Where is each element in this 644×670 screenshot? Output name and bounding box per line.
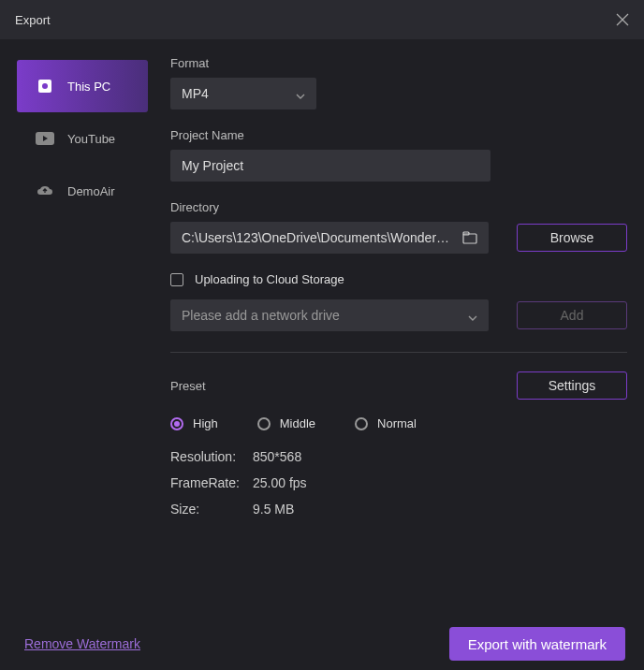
main-panel: Format MP4 Project Name My Project Direc… (150, 39, 644, 618)
sidebar: This PC YouTube DemoAir (0, 39, 150, 618)
upload-checkbox-label: Uploading to Cloud Storage (195, 272, 344, 286)
format-label: Format (170, 56, 627, 70)
project-name-input[interactable]: My Project (170, 150, 490, 182)
sidebar-item-this-pc[interactable]: This PC (17, 60, 148, 112)
directory-value: C:\Users\123\OneDrive\Documents\Wonders.… (182, 230, 451, 245)
sidebar-item-label: DemoAir (67, 184, 115, 198)
format-select[interactable]: MP4 (170, 78, 316, 109)
titlebar: Export (0, 0, 644, 39)
sidebar-item-label: YouTube (67, 132, 115, 146)
footer: Remove Watermark Export with watermark (0, 618, 644, 670)
export-button[interactable]: Export with watermark (449, 627, 625, 661)
radio-label: High (193, 416, 218, 430)
sidebar-item-demoair[interactable]: DemoAir (17, 165, 148, 217)
resolution-label: Resolution: (170, 449, 253, 464)
sidebar-item-label: This PC (67, 80, 110, 94)
project-name-value: My Project (182, 158, 243, 173)
resolution-value: 850*568 (253, 449, 301, 464)
preset-radio-normal[interactable]: Normal (355, 416, 417, 430)
radio-label: Middle (280, 416, 315, 430)
browse-button[interactable]: Browse (517, 224, 627, 252)
preset-radio-group: High Middle Normal (170, 416, 627, 430)
upload-checkbox-row[interactable]: Uploading to Cloud Storage (170, 272, 627, 286)
radio-label: Normal (377, 416, 417, 430)
directory-input[interactable]: C:\Users\123\OneDrive\Documents\Wonders.… (170, 222, 489, 254)
directory-label: Directory (170, 200, 627, 214)
framerate-value: 25.00 fps (253, 475, 307, 490)
network-drive-placeholder: Please add a network drive (182, 308, 340, 323)
radio-icon (355, 417, 368, 430)
preset-radio-middle[interactable]: Middle (257, 416, 315, 430)
framerate-row: FrameRate: 25.00 fps (170, 475, 627, 490)
preset-radio-high[interactable]: High (170, 416, 218, 430)
framerate-label: FrameRate: (170, 475, 253, 490)
project-name-label: Project Name (170, 128, 627, 142)
window-title: Export (15, 13, 51, 27)
preset-label: Preset (170, 379, 206, 393)
size-label: Size: (170, 502, 253, 517)
divider (170, 352, 627, 353)
size-value: 9.5 MB (253, 502, 294, 517)
radio-icon (257, 417, 271, 430)
pc-icon (36, 77, 54, 95)
size-row: Size: 9.5 MB (170, 502, 627, 517)
youtube-icon (36, 129, 54, 148)
resolution-row: Resolution: 850*568 (170, 449, 627, 464)
svg-point-3 (42, 83, 48, 89)
remove-watermark-link[interactable]: Remove Watermark (24, 636, 140, 651)
folder-icon[interactable] (462, 231, 477, 244)
cloud-icon (36, 182, 54, 200)
close-icon[interactable] (616, 13, 629, 26)
network-drive-select[interactable]: Please add a network drive (170, 299, 489, 331)
settings-button[interactable]: Settings (517, 371, 627, 400)
format-value: MP4 (182, 86, 209, 101)
add-button: Add (517, 301, 627, 329)
chevron-down-icon (296, 89, 305, 98)
radio-icon (170, 417, 183, 430)
chevron-down-icon (468, 311, 477, 320)
sidebar-item-youtube[interactable]: YouTube (17, 112, 148, 165)
upload-checkbox[interactable] (170, 273, 183, 286)
